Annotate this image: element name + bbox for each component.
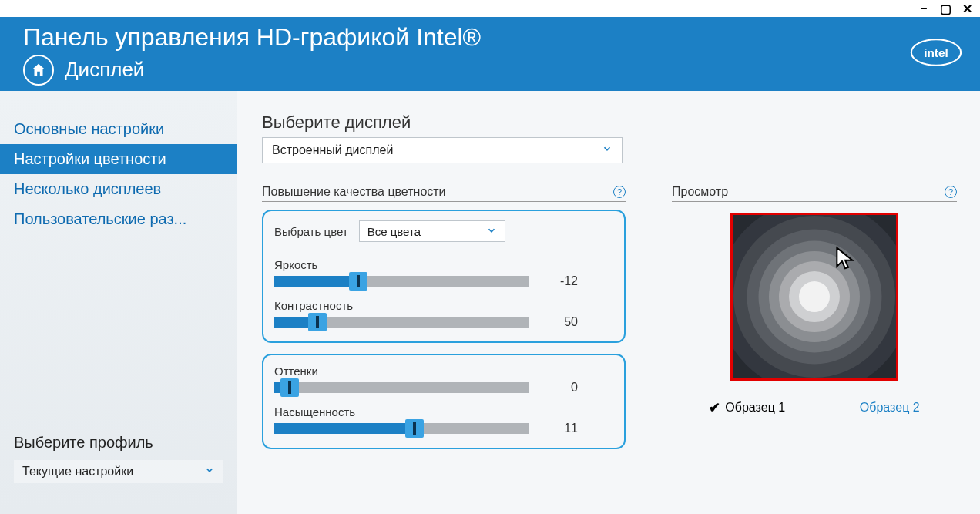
hue-value: 0: [547, 381, 578, 395]
cursor-icon: [833, 246, 858, 270]
slider-handle[interactable]: [405, 419, 424, 438]
chevron-down-icon: [204, 465, 215, 479]
window-controls: – ▢ ✕: [0, 0, 980, 17]
brightness-contrast-panel: Выбрать цвет Все цвета Яркость: [262, 210, 626, 343]
profile-select-value: Текущие настройки: [22, 465, 133, 479]
home-icon: [30, 62, 47, 79]
display-select[interactable]: Встроенный дисплей: [262, 137, 623, 163]
saturation-label: Насыщенность: [274, 405, 613, 418]
contrast-slider[interactable]: [274, 317, 529, 328]
saturation-value: 11: [547, 422, 578, 435]
color-select-label: Выбрать цвет: [274, 225, 348, 238]
slider-handle[interactable]: [308, 313, 327, 331]
sidebar-item-color[interactable]: Настройки цветности: [0, 144, 237, 174]
section-title: Дисплей: [65, 58, 144, 82]
hue-label: Оттенки: [274, 365, 613, 378]
color-group-header: Повышение качества цветности ?: [262, 185, 626, 202]
sample-1[interactable]: ✔ Образец 1: [709, 399, 785, 416]
check-icon: ✔: [709, 399, 720, 416]
sidebar-item-multi[interactable]: Несколько дисплеев: [0, 174, 237, 204]
contrast-label: Контрастность: [274, 299, 613, 312]
slider-handle[interactable]: [280, 378, 299, 397]
app-title: Панель управления HD-графикой Intel®: [23, 23, 481, 52]
preview-image: [730, 213, 898, 381]
chevron-down-icon: [602, 143, 612, 157]
color-select-value: Все цвета: [368, 225, 421, 238]
preview-header: Просмотр ?: [672, 185, 957, 202]
brightness-label: Яркость: [274, 258, 613, 271]
close-button[interactable]: ✕: [960, 2, 974, 15]
intel-logo: intel: [909, 35, 963, 73]
brightness-value: -12: [547, 274, 578, 288]
sidebar-item-basic[interactable]: Основные настройки: [0, 114, 237, 144]
display-select-value: Встроенный дисплей: [272, 143, 393, 157]
color-select[interactable]: Все цвета: [359, 220, 505, 242]
hue-slider[interactable]: [274, 382, 529, 393]
maximize-button[interactable]: ▢: [938, 2, 952, 15]
hue-saturation-panel: Оттенки 0 Насыщенность: [262, 354, 626, 449]
help-icon[interactable]: ?: [613, 186, 626, 198]
saturation-slider[interactable]: [274, 423, 529, 434]
brightness-slider[interactable]: [274, 276, 529, 287]
display-label: Выберите дисплей: [262, 113, 957, 133]
profile-select[interactable]: Текущие настройки: [14, 460, 223, 483]
sample-2-label: Образец 2: [860, 401, 920, 415]
chevron-down-icon: [486, 225, 497, 238]
app-header: Панель управления HD-графикой Intel® Дис…: [0, 17, 980, 91]
sidebar: Основные настройки Настройки цветности Н…: [0, 91, 237, 514]
contrast-value: 50: [547, 315, 578, 329]
home-button[interactable]: [23, 55, 54, 86]
minimize-button[interactable]: –: [917, 2, 931, 15]
slider-handle[interactable]: [349, 272, 368, 291]
sample-2[interactable]: Образец 2: [860, 399, 920, 416]
svg-text:intel: intel: [924, 46, 948, 59]
preview-label: Просмотр: [672, 185, 728, 199]
help-icon[interactable]: ?: [945, 186, 957, 198]
color-group-title: Повышение качества цветности: [262, 185, 446, 199]
main-panel: Выберите дисплей Встроенный дисплей Повы…: [237, 91, 980, 514]
sample-1-label: Образец 1: [725, 401, 785, 415]
profile-label: Выберите профиль: [14, 434, 223, 455]
sidebar-item-custom[interactable]: Пользовательские раз...: [0, 204, 237, 234]
